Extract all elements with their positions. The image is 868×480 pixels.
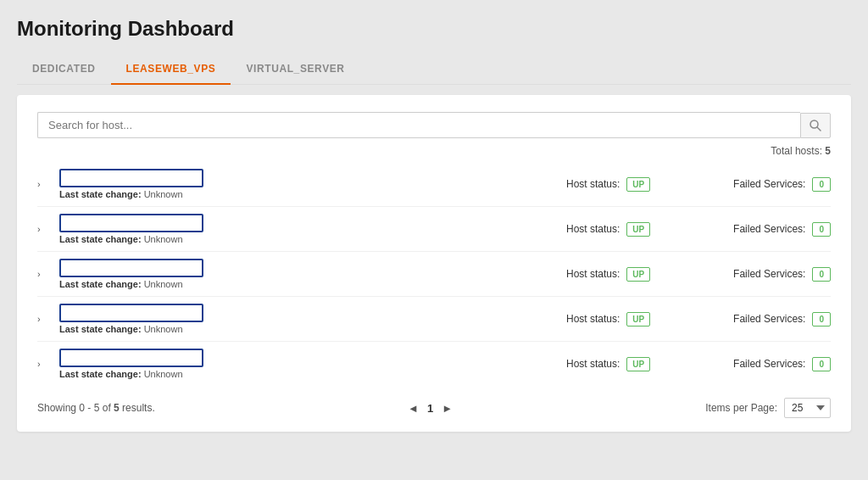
host-info: Last state change: Unknown [59,259,556,289]
host-info: Last state change: Unknown [59,214,556,244]
failed-count-badge: 0 [812,357,831,371]
host-row: › Last state change: Unknown Host status… [37,342,831,386]
failed-count-badge: 0 [812,222,831,237]
items-per-page-label: Items per Page: [705,402,777,414]
search-row [37,112,831,138]
status-badge: UP [626,177,650,192]
host-meta: Last state change: Unknown [59,324,556,334]
page-wrapper: Monitoring Dashboard DEDICATED LEASEWEB_… [17,17,851,432]
total-hosts-text: Total hosts: 5 [771,145,831,157]
expand-icon[interactable]: › [37,314,49,324]
expand-icon[interactable]: › [37,179,49,189]
status-badge: UP [626,312,650,327]
host-row: › Last state change: Unknown Host status… [37,207,831,252]
failed-services-label: Failed Services: [733,223,805,235]
host-meta: Last state change: Unknown [59,369,556,379]
pagination-controls: ◄ 1 ► [408,402,453,415]
host-status-section: Host status: UP [566,357,685,371]
failed-section: Failed Services: 0 [695,312,831,327]
host-row: › Last state change: Unknown Host status… [37,162,831,207]
host-status-label: Host status: [566,268,620,280]
host-name-box [59,169,203,187]
search-input[interactable] [37,112,800,138]
svg-line-1 [817,127,821,131]
search-button[interactable] [800,113,831,138]
items-per-page-section: Items per Page: 102550100 [705,398,831,418]
host-status-section: Host status: UP [566,312,685,327]
expand-icon[interactable]: › [37,359,49,369]
expand-icon[interactable]: › [37,224,49,234]
host-status-section: Host status: UP [566,267,685,282]
host-name-box [59,304,203,322]
host-row: › Last state change: Unknown Host status… [37,252,831,297]
host-meta: Last state change: Unknown [59,189,556,199]
pagination-bar: Showing 0 - 5 of 5 results. ◄ 1 ► Items … [37,398,831,418]
failed-section: Failed Services: 0 [695,177,831,192]
failed-services-label: Failed Services: [733,178,805,190]
hosts-list: › Last state change: Unknown Host status… [37,162,831,386]
next-page-button[interactable]: ► [442,402,453,415]
page-title: Monitoring Dashboard [17,17,851,41]
status-badge: UP [626,222,650,237]
host-name-box [59,214,203,232]
failed-section: Failed Services: 0 [695,357,831,371]
failed-services-label: Failed Services: [733,268,805,280]
host-name-box [59,349,203,367]
failed-services-label: Failed Services: [733,358,805,370]
host-status-section: Host status: UP [566,177,685,192]
items-per-page-select[interactable]: 102550100 [784,398,831,418]
tab-virtual-server[interactable]: VIRTUAL_SERVER [231,54,359,85]
host-row: › Last state change: Unknown Host status… [37,297,831,342]
current-page: 1 [427,402,433,415]
tab-leaseweb-vps[interactable]: LEASEWEB_VPS [111,54,231,85]
failed-count-badge: 0 [812,177,831,192]
status-badge: UP [626,267,650,282]
search-icon [810,120,821,131]
tab-dedicated[interactable]: DEDICATED [17,54,111,85]
host-info: Last state change: Unknown [59,169,556,199]
failed-count-badge: 0 [812,267,831,282]
expand-icon[interactable]: › [37,269,49,279]
host-meta: Last state change: Unknown [59,234,556,244]
host-info: Last state change: Unknown [59,349,556,379]
host-status-label: Host status: [566,223,620,235]
host-status-label: Host status: [566,313,620,325]
tabs-bar: DEDICATED LEASEWEB_VPS VIRTUAL_SERVER [17,54,851,85]
host-status-section: Host status: UP [566,222,685,237]
host-name-box [59,259,203,277]
status-badge: UP [626,357,650,371]
host-status-label: Host status: [566,178,620,190]
failed-count-badge: 0 [812,312,831,327]
failed-section: Failed Services: 0 [695,222,831,237]
host-meta: Last state change: Unknown [59,279,556,289]
prev-page-button[interactable]: ◄ [408,402,419,415]
host-status-label: Host status: [566,358,620,370]
failed-services-label: Failed Services: [733,313,805,325]
failed-section: Failed Services: 0 [695,267,831,282]
total-hosts-row: Total hosts: 5 [37,145,831,157]
host-info: Last state change: Unknown [59,304,556,334]
main-card: Total hosts: 5 › Last state change: Unkn… [17,95,851,432]
pagination-showing: Showing 0 - 5 of 5 results. [37,402,155,414]
